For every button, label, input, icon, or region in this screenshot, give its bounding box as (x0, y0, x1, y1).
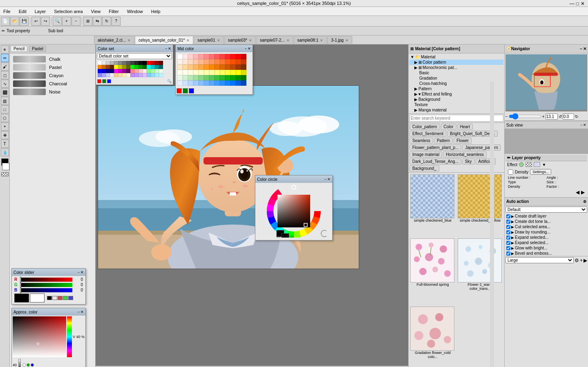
mid-color-cell[interactable] (236, 80, 241, 86)
help-btn[interactable]: ? (112, 17, 121, 26)
mid-color-cell[interactable] (215, 54, 220, 59)
mid-color-cell[interactable] (209, 54, 215, 59)
color-cell[interactable] (118, 61, 122, 65)
mid-color-cell[interactable] (193, 65, 199, 70)
color-wheel-container[interactable]: 00 00 00 00 (255, 183, 332, 240)
mid-color-cell[interactable] (183, 75, 188, 80)
tree-texture[interactable]: Texture (409, 102, 503, 107)
tag-sky[interactable]: Sky (462, 158, 475, 165)
tab-close-3[interactable]: ✕ (249, 38, 252, 42)
tool-figure[interactable]: □ (1, 105, 9, 113)
tag-color-pattern[interactable]: Color_pattern (409, 124, 440, 130)
tree-manga[interactable]: ▶ Manga material (409, 107, 503, 113)
action-expand-1[interactable]: ▶ (511, 220, 514, 224)
color-cell[interactable] (126, 69, 130, 73)
mid-color-cell[interactable] (230, 59, 236, 65)
material-0[interactable]: simple checkered_blue (410, 174, 455, 236)
tag-image-material[interactable]: Image material (409, 151, 442, 158)
material-2[interactable]: Full-bloomed spring (410, 238, 455, 304)
mid-color-cell[interactable] (183, 65, 188, 70)
mid-color-cell[interactable] (177, 59, 183, 65)
b-slider-track[interactable] (20, 288, 72, 292)
mid-color-cell[interactable] (204, 54, 209, 59)
mid-color-cell[interactable] (241, 70, 246, 75)
color-slider-minimize[interactable]: − (78, 270, 80, 274)
transparent-swatch[interactable] (1, 172, 9, 176)
mid-color-cell[interactable] (204, 75, 209, 80)
action-expand-7[interactable]: ▶ (511, 251, 514, 256)
nav-zoom-input[interactable] (546, 113, 558, 120)
mid-color-cell[interactable] (241, 65, 246, 70)
tag-horizontal[interactable]: Horizontal_seamless (443, 151, 487, 158)
color-cell[interactable] (151, 61, 155, 65)
mid-color-cell[interactable] (177, 54, 183, 59)
tag-heart[interactable]: Heart (457, 124, 473, 130)
mid-color-cell[interactable] (215, 75, 220, 80)
action-cb-5[interactable] (506, 241, 510, 245)
color-cell[interactable] (139, 69, 143, 73)
color-cell[interactable] (106, 61, 110, 65)
nav-minimize[interactable]: − (580, 47, 582, 51)
tree-gradation[interactable]: Gradation (409, 76, 503, 81)
tree-effect[interactable]: ▶ ♥ Effect and felling (409, 91, 503, 97)
tool-eraser[interactable]: ◻ (1, 71, 9, 79)
color-cell[interactable] (159, 73, 163, 77)
v-slider[interactable] (18, 359, 21, 367)
mid-color-cell[interactable] (193, 54, 199, 59)
tag-pattern[interactable]: Pattern (434, 138, 453, 144)
mid-color-cell[interactable] (209, 80, 215, 86)
sub-view-minimize[interactable]: − (580, 123, 582, 127)
color-circle-minimize[interactable]: − (324, 177, 326, 181)
mid-color-cell[interactable] (209, 75, 215, 80)
tab-6[interactable]: 3-1.jpg ✕ (327, 36, 352, 44)
mid-color-cell[interactable] (225, 54, 230, 59)
color-cell[interactable] (134, 69, 139, 73)
pastel-tab[interactable]: Pastel (29, 46, 46, 52)
tool-auto-select[interactable]: ⊕ (1, 45, 9, 53)
color-cell[interactable] (118, 69, 122, 73)
nav-zoom-in[interactable]: + (542, 114, 545, 119)
material-3[interactable]: Flower 2_warm color_trans... (458, 238, 503, 304)
color-cell[interactable] (130, 69, 134, 73)
color-cell[interactable] (147, 65, 151, 69)
tag-seamless[interactable]: Seamless (409, 138, 433, 144)
save-btn[interactable]: 💾 (20, 17, 29, 26)
mid-color-close[interactable]: ✕ (248, 47, 251, 51)
mid-color-cell[interactable] (204, 59, 209, 65)
mid-color-cell[interactable] (225, 59, 230, 65)
color-set-close[interactable]: ✕ (168, 47, 171, 51)
mid-color-cell[interactable] (183, 80, 188, 86)
tab-close-2[interactable]: ✕ (217, 38, 220, 42)
action-expand-5[interactable]: ▶ (511, 241, 514, 245)
brush-crayon[interactable]: Crayon (11, 71, 94, 80)
color-cell[interactable] (147, 61, 151, 65)
color-slider-header[interactable]: Color slider − ✕ (12, 269, 85, 276)
tree-basic[interactable]: Basic (409, 70, 503, 76)
color-cell[interactable] (126, 65, 130, 69)
color-cell[interactable] (106, 69, 110, 73)
color-cell[interactable] (130, 61, 134, 65)
material-1[interactable]: simple checkered_yellow (458, 174, 503, 236)
color-cell[interactable] (155, 61, 159, 65)
g-slider-track[interactable] (20, 283, 72, 287)
tab-1[interactable]: celsys_sample_color_01* ✕ (135, 36, 193, 44)
color-cell[interactable] (134, 61, 139, 65)
color-cell[interactable] (143, 65, 147, 69)
zoom-in-btn[interactable]: + (62, 17, 71, 26)
mid-color-cell[interactable] (209, 65, 215, 70)
menu-edit[interactable]: Edit (17, 9, 28, 14)
mid-color-cell[interactable] (220, 70, 225, 75)
color-cell[interactable] (110, 73, 114, 77)
color-circle-close[interactable]: ✕ (327, 177, 331, 181)
canvas-area[interactable]: Color set − ✕ Default color set 🔍 (96, 44, 408, 367)
approx-saturation-value[interactable] (13, 316, 66, 357)
r-slider-track[interactable] (20, 278, 72, 282)
tool-move[interactable]: ✥ (1, 131, 9, 139)
color-cell[interactable] (147, 73, 151, 77)
mid-color-cell[interactable] (188, 65, 193, 70)
mid-color-cell[interactable] (225, 70, 230, 75)
menu-selection[interactable]: Selection area (52, 9, 84, 14)
mid-color-cell[interactable] (177, 75, 183, 80)
color-cell[interactable] (134, 73, 139, 77)
mid-color-cell[interactable] (188, 70, 193, 75)
